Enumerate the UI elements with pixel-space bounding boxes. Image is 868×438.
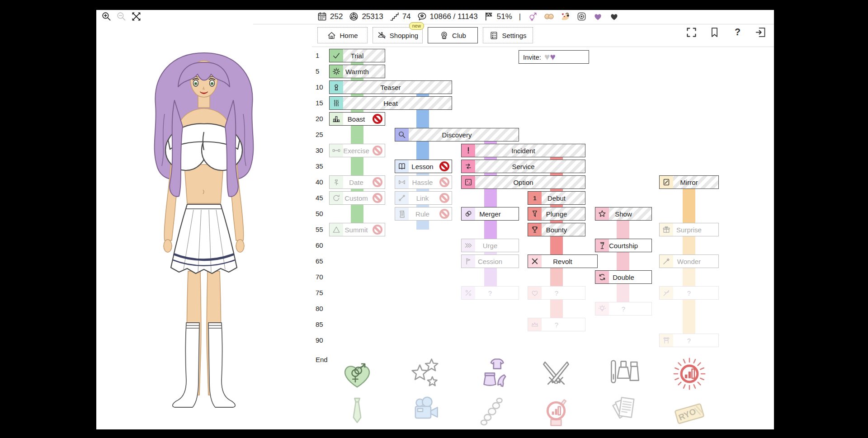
checklist-icon	[489, 31, 499, 40]
expand-icon[interactable]	[131, 11, 142, 22]
skill-node-warmth[interactable]: Warmth	[329, 65, 385, 78]
fullscreen-icon[interactable]	[685, 26, 698, 38]
nav-club-button[interactable]: Club	[428, 27, 478, 43]
level-label-90: 90	[316, 336, 331, 344]
skill-node-debut[interactable]: 1Debut	[528, 191, 585, 205]
skill-node-hassle[interactable]: Hassle	[395, 175, 452, 189]
skill-node-bounty[interactable]: Bounty	[528, 223, 585, 236]
skill-node-cession[interactable]: Cession	[461, 254, 519, 268]
skill-node-label: ?	[660, 334, 718, 347]
gender-icon[interactable]	[528, 11, 538, 22]
skill-node-option[interactable]: Option	[461, 175, 585, 189]
skill-node-label: Heat	[330, 97, 452, 109]
skill-node-rule[interactable]: Rule	[395, 207, 452, 221]
papers-icon	[606, 395, 642, 430]
prohibited-icon	[439, 193, 449, 203]
skill-node-mystery-heart[interactable]: ?	[528, 286, 585, 300]
svg-text:?: ?	[735, 27, 741, 38]
heartsolid-icon-purple[interactable]	[593, 11, 603, 22]
level-label-25: 25	[316, 131, 331, 138]
nav-settings-button[interactable]: Settings	[483, 27, 533, 43]
heart-gender-icon	[340, 356, 375, 391]
skill-node-mystery-crown[interactable]: ?	[528, 318, 585, 331]
skill-node-label: Revolt	[528, 255, 597, 268]
skill-node-teaser[interactable]: Teaser	[329, 80, 452, 94]
invite-heart-empty[interactable]: ♥	[544, 52, 550, 62]
stat-value: 51%	[497, 12, 512, 21]
skill-node-urge[interactable]: Urge	[461, 239, 519, 252]
invite-box[interactable]: Invite: ♥♥	[519, 50, 589, 64]
skill-node-label: Lesson	[407, 160, 438, 173]
skill-node-plunge[interactable]: Plunge	[528, 207, 585, 221]
prohibited-icon	[373, 146, 382, 155]
skill-node-label: Discovery	[395, 128, 519, 141]
movie-camera-icon	[407, 395, 443, 430]
skill-node-mystery-branch[interactable]: ?	[659, 286, 719, 300]
skill-node-date[interactable]: Date	[329, 175, 385, 189]
stat-value: 25313	[362, 12, 383, 21]
invite-label: Invite:	[523, 53, 541, 61]
skill-node-label: Bounty	[528, 223, 585, 236]
skill-node-incident[interactable]: Incident	[461, 144, 585, 157]
zoom-in-icon[interactable]	[101, 11, 112, 22]
stairs-icon	[389, 11, 400, 22]
end-level-label: End	[316, 356, 328, 363]
lens-icon[interactable]	[576, 11, 587, 22]
nav-shopping-button[interactable]: Shoppingnew	[373, 27, 423, 43]
character-illustration	[129, 46, 278, 408]
skill-node-trial[interactable]: Trial	[329, 49, 385, 62]
skill-node-lesson[interactable]: Lesson	[395, 160, 452, 173]
zoom-tools	[101, 11, 142, 22]
invite-heart-filled[interactable]: ♥	[550, 52, 556, 62]
skill-node-mirror[interactable]: Mirror	[659, 175, 719, 189]
skill-node-label: Courtship	[595, 239, 651, 252]
skill-node-summit[interactable]: Summit	[329, 223, 385, 236]
cosmetics-icon	[606, 356, 642, 391]
skill-node-mystery-gate[interactable]: ?	[659, 334, 719, 347]
skill-node-boast[interactable]: Boast	[329, 112, 385, 126]
nav-home-button[interactable]: Home	[317, 27, 368, 43]
skill-node-label: Wonder	[660, 255, 718, 268]
skill-node-wonder[interactable]: Wonder	[659, 254, 719, 268]
skill-node-discovery[interactable]: Discovery	[395, 128, 519, 141]
breasts-icon[interactable]	[544, 11, 554, 22]
skill-node-label: Show	[595, 207, 651, 220]
skill-node-service[interactable]: Service	[461, 160, 585, 173]
skill-node-custom[interactable]: Custom	[329, 191, 385, 205]
skill-node-label: Trial	[330, 49, 385, 62]
skill-node-link[interactable]: Link	[395, 191, 452, 205]
skill-node-label: Mirror	[660, 176, 718, 188]
window-actions: ?	[685, 26, 767, 38]
heartsolid-icon-black[interactable]	[609, 11, 619, 22]
outfit-icon	[475, 356, 510, 391]
prohibited-icon	[439, 209, 449, 219]
skill-node-exercise[interactable]: Exercise	[329, 144, 385, 157]
bookmark-icon[interactable]	[708, 26, 721, 38]
stat-wheel: 25313	[349, 11, 383, 22]
skill-node-mystery-percent[interactable]: ?	[461, 286, 519, 300]
skill-node-label: Service	[462, 160, 585, 173]
prohibited-icon	[373, 114, 382, 124]
exit-icon[interactable]	[755, 26, 767, 38]
level-label-80: 80	[316, 305, 331, 312]
skill-node-merger[interactable]: Merger	[461, 207, 519, 221]
skill-node-label: Merger	[462, 207, 519, 220]
nav-label: Settings	[502, 32, 526, 39]
level-label-1: 1	[316, 52, 331, 59]
skill-node-mystery-bulb[interactable]: ?	[595, 302, 652, 316]
skill-node-heat[interactable]: Heat	[329, 96, 452, 110]
home-icon	[327, 31, 336, 40]
skill-node-revolt[interactable]: Revolt	[528, 254, 598, 268]
stats-divider	[253, 24, 774, 24]
skill-node-label: Link	[407, 192, 438, 204]
skill-node-show[interactable]: Show	[595, 207, 652, 221]
zoom-out-icon[interactable]	[116, 11, 127, 22]
skill-node-double[interactable]: Double	[595, 270, 652, 284]
skill-node-courtship[interactable]: Courtship	[595, 239, 652, 252]
level-label-85: 85	[316, 320, 331, 328]
skill-node-surprise[interactable]: Surprise	[659, 223, 719, 236]
intimacy-icon[interactable]	[560, 11, 571, 22]
help-icon[interactable]: ?	[731, 26, 744, 38]
prohibited-icon	[439, 177, 449, 187]
hanger-icon	[377, 31, 387, 40]
